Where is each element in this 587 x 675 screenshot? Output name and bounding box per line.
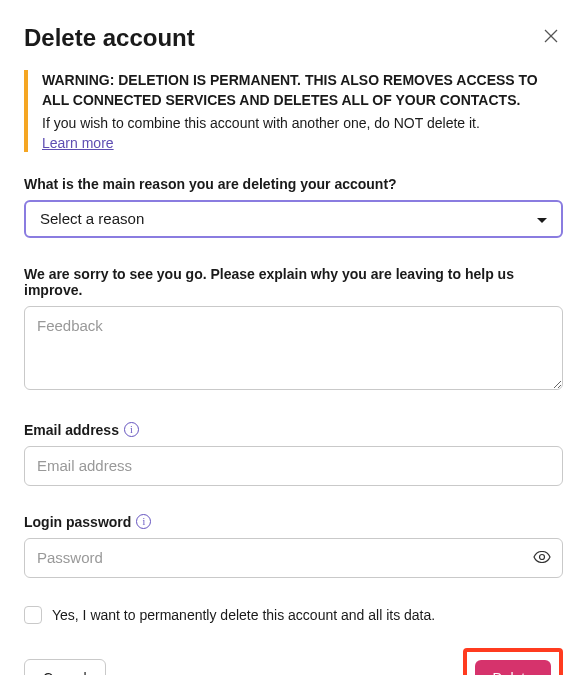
info-icon[interactable]: i <box>124 422 139 437</box>
password-label: Login password <box>24 514 131 530</box>
warning-banner: WARNING: DELETION IS PERMANENT. THIS ALS… <box>24 70 563 152</box>
close-button[interactable] <box>539 24 563 48</box>
toggle-password-visibility[interactable] <box>533 549 551 567</box>
chevron-down-icon <box>537 210 547 228</box>
close-icon <box>543 28 559 44</box>
feedback-label: We are sorry to see you go. Please expla… <box>24 266 563 298</box>
warning-headline: WARNING: DELETION IS PERMANENT. THIS ALS… <box>42 70 563 111</box>
learn-more-link[interactable]: Learn more <box>42 135 114 151</box>
warning-subtext: If you wish to combine this account with… <box>42 113 563 133</box>
reason-label: What is the main reason you are deleting… <box>24 176 563 192</box>
delete-button[interactable]: Delete <box>475 660 551 675</box>
svg-point-2 <box>540 554 545 559</box>
delete-button-highlight: Delete <box>463 648 563 675</box>
password-field[interactable] <box>24 538 563 578</box>
confirm-delete-label: Yes, I want to permanently delete this a… <box>52 607 435 623</box>
info-icon[interactable]: i <box>136 514 151 529</box>
confirm-delete-checkbox[interactable] <box>24 606 42 624</box>
email-field[interactable] <box>24 446 563 486</box>
email-label: Email address <box>24 422 119 438</box>
cancel-button[interactable]: Cancel <box>24 659 106 675</box>
feedback-textarea[interactable] <box>24 306 563 390</box>
eye-icon <box>533 551 551 563</box>
reason-select[interactable]: Select a reason <box>24 200 563 238</box>
dialog-title: Delete account <box>24 24 195 52</box>
reason-selected-value: Select a reason <box>40 210 144 227</box>
